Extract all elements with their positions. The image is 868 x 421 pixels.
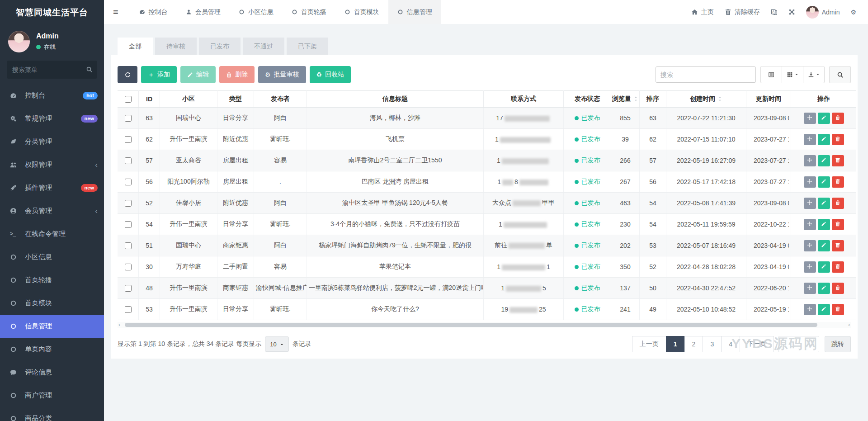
- row-move-button[interactable]: [804, 261, 816, 273]
- row-delete-button[interactable]: [832, 176, 844, 188]
- sidebar-item-comment-info[interactable]: 评论信息: [0, 361, 104, 384]
- col-header-created[interactable]: 创建时间: [666, 91, 746, 108]
- col-header-views[interactable]: 浏览量: [611, 91, 640, 108]
- fullscreen-button[interactable]: [788, 9, 795, 15]
- col-header-check[interactable]: [118, 91, 139, 108]
- page-size-select[interactable]: 10: [265, 336, 288, 352]
- sidebar-item-info-manage[interactable]: 信息管理: [0, 315, 104, 338]
- table-search-input[interactable]: [656, 66, 756, 83]
- scrollbar-thumb[interactable]: [125, 323, 817, 327]
- horizontal-scrollbar[interactable]: ‹ ›: [118, 322, 851, 328]
- topbar-user[interactable]: Admin: [806, 6, 840, 19]
- row-edit-button[interactable]: [818, 113, 830, 124]
- pagination-page-4[interactable]: 4: [721, 336, 740, 352]
- row-checkbox[interactable]: [125, 306, 132, 313]
- clear-cache-button[interactable]: 清除缓存: [725, 8, 760, 16]
- sidebar-item-online-command[interactable]: >_在线命令管理: [0, 222, 104, 246]
- tab-console[interactable]: 控制台: [130, 0, 177, 24]
- page-jump-button[interactable]: 跳转: [825, 336, 851, 352]
- row-move-button[interactable]: [804, 283, 816, 294]
- page-jump-input[interactable]: [778, 336, 819, 352]
- filter-tab-offline[interactable]: 已下架: [287, 38, 328, 55]
- home-link[interactable]: 主页: [691, 8, 714, 16]
- advanced-search-button[interactable]: [829, 66, 851, 83]
- menu-search-input[interactable]: [7, 61, 97, 79]
- columns-button[interactable]: [782, 66, 803, 83]
- row-move-button[interactable]: [804, 155, 816, 166]
- refresh-button[interactable]: [118, 66, 137, 83]
- row-move-button[interactable]: [804, 304, 816, 315]
- pagination-page-3[interactable]: 3: [703, 336, 722, 352]
- sidebar-item-goods-category[interactable]: 商品分类: [0, 407, 104, 421]
- row-checkbox[interactable]: [125, 136, 132, 143]
- pagination-next-button[interactable]: 下一页: [740, 336, 774, 352]
- delete-button[interactable]: 删除: [219, 66, 255, 83]
- row-checkbox[interactable]: [125, 285, 132, 292]
- row-delete-button[interactable]: [832, 304, 844, 315]
- tab-home-carousel[interactable]: 首页轮播: [283, 0, 335, 24]
- sidebar-item-console[interactable]: 控制台hot: [0, 84, 104, 107]
- filter-tab-published[interactable]: 已发布: [199, 38, 241, 55]
- sidebar-item-home-carousel[interactable]: 首页轮播: [0, 269, 104, 292]
- sidebar-item-category[interactable]: 分类管理: [0, 130, 104, 153]
- row-checkbox[interactable]: [125, 221, 132, 228]
- row-edit-button[interactable]: [818, 304, 830, 315]
- row-move-button[interactable]: [804, 113, 816, 124]
- settings-button[interactable]: ⚙: [850, 9, 856, 16]
- row-edit-button[interactable]: [818, 261, 830, 273]
- avatar[interactable]: [8, 31, 30, 52]
- sidebar-item-general[interactable]: 常规管理new: [0, 107, 104, 130]
- row-checkbox[interactable]: [125, 242, 132, 249]
- row-edit-button[interactable]: [818, 283, 830, 294]
- pagination-page-2[interactable]: 2: [684, 336, 703, 352]
- row-checkbox[interactable]: [125, 157, 132, 164]
- row-edit-button[interactable]: [818, 155, 830, 166]
- row-move-button[interactable]: [804, 198, 816, 209]
- filter-tab-all[interactable]: 全部: [118, 38, 153, 55]
- export-button[interactable]: [803, 66, 825, 83]
- row-checkbox[interactable]: [125, 264, 132, 270]
- sidebar-item-addon[interactable]: 插件管理new: [0, 176, 104, 199]
- recycle-bin-button[interactable]: ♻回收站: [310, 66, 351, 83]
- row-delete-button[interactable]: [832, 155, 844, 166]
- sidebar-item-member[interactable]: 会员管理‹: [0, 199, 104, 222]
- row-move-button[interactable]: [804, 219, 816, 230]
- pagination-page-1[interactable]: 1: [666, 336, 685, 352]
- row-move-button[interactable]: [804, 240, 816, 251]
- row-checkbox[interactable]: [125, 200, 132, 207]
- row-edit-button[interactable]: [818, 198, 830, 209]
- menu-toggle-icon[interactable]: ≡: [104, 0, 127, 24]
- row-checkbox[interactable]: [125, 179, 132, 185]
- tab-home-module[interactable]: 首页模块: [335, 0, 388, 24]
- row-delete-button[interactable]: [832, 219, 844, 230]
- row-move-button[interactable]: [804, 134, 816, 145]
- row-move-button[interactable]: [804, 176, 816, 188]
- detail-view-button[interactable]: [760, 66, 782, 83]
- language-button[interactable]: A: [771, 9, 778, 15]
- add-button[interactable]: ＋添加: [141, 66, 177, 83]
- scroll-left-arrow[interactable]: ‹: [118, 322, 120, 328]
- pagination-prev-button[interactable]: 上一页: [632, 336, 666, 352]
- row-delete-button[interactable]: [832, 240, 844, 251]
- row-edit-button[interactable]: [818, 240, 830, 251]
- row-edit-button[interactable]: [818, 134, 830, 145]
- tab-community-info[interactable]: 小区信息: [230, 0, 283, 24]
- tab-info-manage[interactable]: 信息管理: [388, 0, 441, 24]
- row-delete-button[interactable]: [832, 283, 844, 294]
- sidebar-item-community-info[interactable]: 小区信息: [0, 246, 104, 269]
- filter-tab-pending[interactable]: 待审核: [155, 38, 197, 55]
- sidebar-item-auth[interactable]: 权限管理‹: [0, 153, 104, 176]
- row-delete-button[interactable]: [832, 198, 844, 209]
- sidebar-item-single-page[interactable]: 单页内容: [0, 338, 104, 361]
- row-edit-button[interactable]: [818, 219, 830, 230]
- batch-audit-button[interactable]: ⚙批量审核: [258, 66, 306, 83]
- sidebar-item-merchant[interactable]: 商户管理: [0, 384, 104, 407]
- filter-tab-rejected[interactable]: 不通过: [243, 38, 284, 55]
- edit-button[interactable]: 编辑: [180, 66, 216, 83]
- row-edit-button[interactable]: [818, 176, 830, 188]
- row-delete-button[interactable]: [832, 134, 844, 145]
- sidebar-item-home-module[interactable]: 首页模块: [0, 292, 104, 315]
- row-delete-button[interactable]: [832, 113, 844, 124]
- row-checkbox[interactable]: [125, 115, 132, 122]
- row-delete-button[interactable]: [832, 261, 844, 273]
